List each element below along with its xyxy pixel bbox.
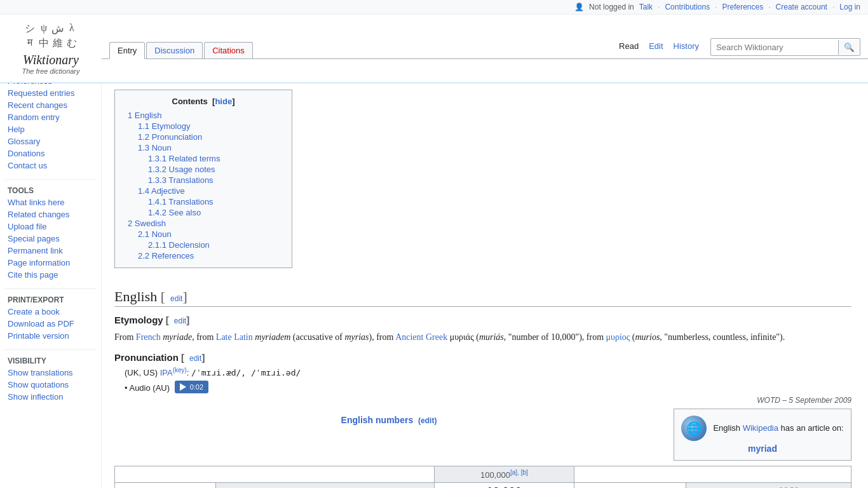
pronunciation-edit-link[interactable]: edit bbox=[189, 354, 201, 363]
toc-item-2-2: 2.2 References bbox=[128, 250, 279, 261]
toc-item-1-3-2: 1.3.2 Usage notes bbox=[128, 164, 279, 175]
tab-citations[interactable]: Citations bbox=[204, 42, 253, 58]
french-link[interactable]: French bbox=[136, 332, 161, 342]
toc-item-2: 2 Swedish bbox=[128, 218, 279, 229]
toc-item-1-3-3: 1.3.3 Translations bbox=[128, 175, 279, 186]
sidebar-divider-tools bbox=[5, 179, 96, 180]
contents-title: Contents [hide] bbox=[128, 97, 279, 106]
english-section-heading: English [edit] bbox=[114, 288, 851, 307]
sidebar-item-requested-entries[interactable]: Requested entries bbox=[0, 87, 101, 99]
main-content: myriad Contents [hide] 1 English 1.1 Ety… bbox=[102, 46, 864, 488]
toc-item-1-3: 1.3 Noun bbox=[128, 142, 279, 153]
view-tabs: Read Edit History bbox=[615, 40, 703, 55]
toc-item-1-1: 1.1 Etymology bbox=[128, 121, 279, 132]
sidebar-item-what-links-here[interactable]: What links here bbox=[0, 196, 101, 208]
hide-contents-link[interactable]: hide bbox=[215, 97, 232, 106]
sidebar-item-random-entry[interactable]: Random entry bbox=[0, 111, 101, 123]
view-history[interactable]: History bbox=[670, 40, 703, 52]
sidebar-print-section: Print/export Create a book Download as P… bbox=[0, 293, 101, 342]
play-button[interactable] bbox=[180, 383, 186, 391]
etymology-heading: Etymology [edit] bbox=[114, 315, 851, 325]
log-in-link[interactable]: Log in bbox=[839, 3, 860, 11]
numbers-top-empty bbox=[574, 466, 851, 482]
wikipedia-article-link[interactable]: myriad bbox=[681, 444, 844, 454]
wikipedia-link[interactable]: Wikipedia bbox=[743, 423, 778, 433]
audio-player[interactable]: 0:02 bbox=[175, 381, 208, 393]
sidebar-item-show-translations[interactable]: Show translations bbox=[0, 367, 101, 379]
toc-item-1-4: 1.4 Adjective bbox=[128, 186, 279, 196]
contributions-link[interactable]: Contributions bbox=[665, 3, 710, 11]
sidebar: Main Page Community portal Preferences R… bbox=[0, 46, 102, 488]
sidebar-visibility-section: Visibility Show translations Show quotat… bbox=[0, 354, 101, 403]
sidebar-item-show-quotations[interactable]: Show quotations bbox=[0, 379, 101, 391]
sidebar-item-recent-changes[interactable]: Recent changes bbox=[0, 99, 101, 111]
sidebar-item-permanent-link[interactable]: Permanent link bbox=[0, 245, 101, 257]
sidebar-divider-visibility bbox=[5, 349, 96, 350]
sidebar-item-related-changes[interactable]: Related changes bbox=[0, 208, 101, 220]
pronunciation-ipa: (UK, US) IPA(key): /ˈmɪɹi.æd/, /ˈmɪɹi.əd… bbox=[125, 367, 851, 377]
not-logged-in-text: Not logged in bbox=[589, 3, 634, 11]
etymology-paragraph: From French myriade, from Late Latin myr… bbox=[114, 330, 851, 344]
search-input[interactable] bbox=[711, 40, 838, 55]
numbers-table: 100,000[a], [b] ← 9,000 [a], [b], [c] — … bbox=[114, 466, 851, 488]
create-account-link[interactable]: Create account bbox=[776, 3, 827, 11]
print-section-title: Print/export bbox=[0, 293, 101, 306]
toc-item-2-1: 2.1 Noun bbox=[128, 229, 279, 240]
top-bar: 👤 Not logged in Talk · Contributions · P… bbox=[0, 0, 868, 15]
audio-label: Audio (AU) bbox=[129, 383, 170, 393]
audio-time: 0:02 bbox=[190, 383, 203, 391]
sidebar-item-create-book[interactable]: Create a book bbox=[0, 306, 101, 318]
wikipedia-globe-row: 🌐 English Wikipedia has an article on: bbox=[681, 416, 844, 441]
view-read[interactable]: Read bbox=[615, 40, 642, 52]
sidebar-divider-print bbox=[5, 288, 96, 289]
numbers-current: 10,000 bbox=[434, 483, 574, 488]
preferences-topbar-link[interactable]: Preferences bbox=[722, 3, 764, 11]
talk-link[interactable]: Talk bbox=[639, 3, 653, 11]
numbers-row-top: 100,000[a], [b] bbox=[115, 466, 851, 482]
ancient-greek-link[interactable]: Ancient Greek bbox=[395, 332, 447, 342]
sidebar-tools-section: Tools What links here Related changes Up… bbox=[0, 184, 101, 281]
logo-area: シ ψ ش λ म 中 維 む Wiktionary The free dict… bbox=[0, 17, 102, 80]
noun-content: WOTD – 5 September 2009 🌐 English Wikipe… bbox=[114, 396, 851, 488]
murios-link[interactable]: μυρίος bbox=[606, 332, 630, 342]
sidebar-item-donations[interactable]: Donations bbox=[0, 147, 101, 159]
numbers-prev-refs: [a], [b], [c] — — 9,999 bbox=[215, 483, 434, 488]
noun-section-wrapper: WOTD – 5 September 2009 🌐 English Wikipe… bbox=[114, 396, 851, 488]
wotd-banner: WOTD – 5 September 2009 bbox=[114, 396, 851, 405]
search-box: 🔍 bbox=[710, 38, 860, 56]
numbers-row-main: ← 9,000 [a], [b], [c] — — 9,999 10,000 1… bbox=[115, 483, 851, 488]
contents-box: Contents [hide] 1 English 1.1 Etymology … bbox=[114, 90, 292, 268]
sidebar-item-contact-us[interactable]: Contact us bbox=[0, 159, 101, 172]
late-latin-link[interactable]: Late Latin bbox=[216, 332, 253, 342]
numbers-next-range: 100,000 →[a], [b] bbox=[686, 483, 851, 488]
tab-discussion[interactable]: Discussion bbox=[146, 42, 203, 58]
tools-section-title: Tools bbox=[0, 184, 101, 196]
layout: Main Page Community portal Preferences R… bbox=[0, 46, 868, 488]
sidebar-item-download-pdf[interactable]: Download as PDF bbox=[0, 318, 101, 330]
sidebar-item-glossary[interactable]: Glossary bbox=[0, 135, 101, 147]
sidebar-item-help[interactable]: Help bbox=[0, 123, 101, 135]
sidebar-item-upload-file[interactable]: Upload file bbox=[0, 220, 101, 233]
numbers-top-cell bbox=[115, 466, 435, 482]
site-tagline: The free dictionary bbox=[22, 67, 79, 75]
tab-entry[interactable]: Entry bbox=[109, 42, 145, 59]
sidebar-item-printable-version[interactable]: Printable version bbox=[0, 330, 101, 342]
site-name: Wiktionary bbox=[23, 53, 79, 67]
numbers-next-arrow: 11,000 → bbox=[574, 483, 686, 488]
english-edit-link[interactable]: edit bbox=[170, 294, 182, 303]
etymology-edit-link[interactable]: edit bbox=[174, 316, 186, 325]
wikipedia-text: English Wikipedia has an article on: bbox=[713, 423, 843, 433]
view-edit[interactable]: Edit bbox=[645, 40, 667, 52]
logo-icons: シ ψ ش λ म 中 維 む bbox=[24, 22, 78, 50]
ipa-link[interactable]: IPA bbox=[160, 369, 173, 378]
sidebar-item-cite-this-page[interactable]: Cite this page bbox=[0, 269, 101, 281]
search-button[interactable]: 🔍 bbox=[838, 40, 860, 55]
wikipedia-globe-icon: 🌐 bbox=[681, 416, 707, 441]
sidebar-item-page-information[interactable]: Page information bbox=[0, 257, 101, 269]
numbers-edit: (edit) bbox=[418, 416, 437, 425]
pronunciation-heading: Pronunciation [edit] bbox=[114, 352, 851, 363]
sidebar-item-special-pages[interactable]: Special pages bbox=[0, 233, 101, 245]
sidebar-item-show-inflection[interactable]: Show inflection bbox=[0, 391, 101, 403]
visibility-section-title: Visibility bbox=[0, 354, 101, 367]
site-header: シ ψ ش λ म 中 維 む Wiktionary The free dict… bbox=[0, 15, 868, 83]
